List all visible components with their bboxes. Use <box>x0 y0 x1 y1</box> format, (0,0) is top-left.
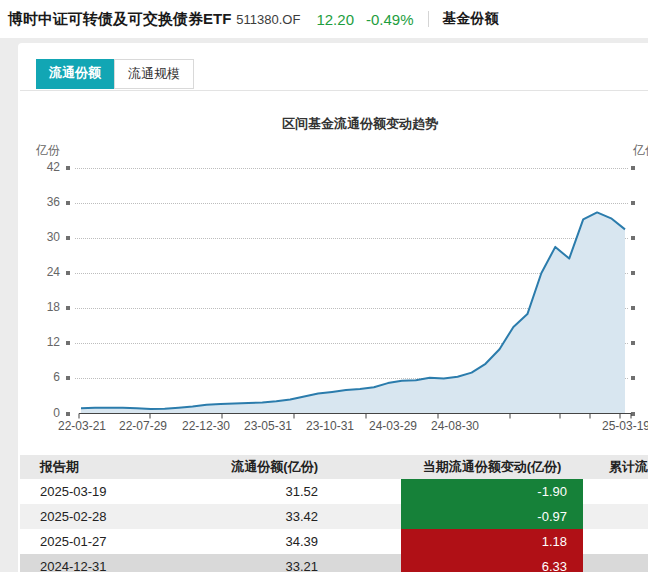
column-header <box>320 455 401 479</box>
report-date-cell: 2024-12-31 <box>20 559 210 572</box>
spacer-cell <box>320 479 401 504</box>
x-tick-label: 24-08-30 <box>426 419 484 433</box>
x-tick-label: 22-07-29 <box>114 419 172 433</box>
x-tick-label: 23-10-31 <box>301 419 359 433</box>
change-cell: 6.33 <box>401 554 583 572</box>
x-tick-label: 25-03-19 <box>597 419 648 433</box>
shares-cell: 31.52 <box>210 484 320 499</box>
change-cell: -1.90 <box>401 479 583 504</box>
share-change-table: 报告期流通份额(亿份)当期流通份额变动(亿份)累计流通份额变动(亿份)2025-… <box>20 455 648 572</box>
shares-cell: 34.39 <box>210 534 320 549</box>
area-fill <box>81 212 625 413</box>
column-header: 流通份额(亿份) <box>210 458 320 476</box>
table-row[interactable]: 2025-02-2833.42-0.97 <box>20 504 648 529</box>
table-row[interactable]: 2024-12-3133.216.33 <box>20 554 648 572</box>
table-header-row: 报告期流通份额(亿份)当期流通份额变动(亿份)累计流通份额变动(亿份) <box>20 455 648 479</box>
area-line-chart[interactable] <box>0 0 648 450</box>
change-cell: -0.97 <box>401 504 583 529</box>
spacer-cell <box>320 529 401 554</box>
change-cell: 1.18 <box>401 529 583 554</box>
spacer-cell <box>320 504 401 529</box>
report-date-cell: 2025-02-28 <box>20 509 210 524</box>
report-date-cell: 2025-03-19 <box>20 484 210 499</box>
column-header: 累计流通份额变动(亿份) <box>583 458 648 476</box>
column-header: 当期流通份额变动(亿份) <box>401 455 583 479</box>
column-header: 报告期 <box>20 458 210 476</box>
page: 博时中证可转债及可交换债券ETF 511380.OF 12.20 -0.49% … <box>0 0 648 572</box>
report-date-cell: 2025-01-27 <box>20 534 210 549</box>
x-axis <box>79 414 631 419</box>
x-tick-label: 22-03-21 <box>53 419 111 433</box>
spacer-cell <box>320 554 401 572</box>
shares-cell: 33.42 <box>210 509 320 524</box>
table-row[interactable]: 2025-01-2734.391.18 <box>20 529 648 554</box>
shares-cell: 33.21 <box>210 559 320 572</box>
x-tick-label: 23-05-31 <box>239 419 297 433</box>
x-tick-label: 24-03-29 <box>364 419 422 433</box>
table-row[interactable]: 2025-03-1931.52-1.90 <box>20 479 648 504</box>
x-tick-label: 22-12-30 <box>177 419 235 433</box>
